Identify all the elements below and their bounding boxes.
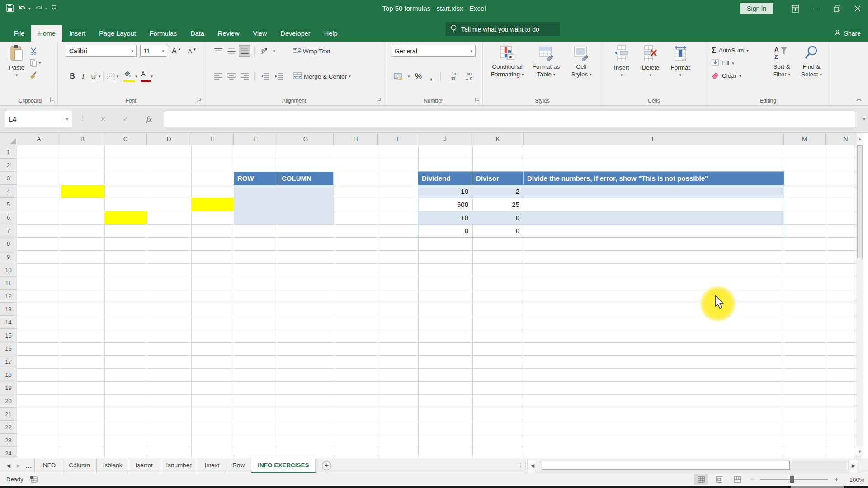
cell-F3[interactable]: ROW [234,172,278,185]
row-header-23[interactable]: 23 [0,434,17,447]
select-all-corner[interactable] [0,133,17,145]
shaded-range-F4-G6[interactable] [234,185,334,224]
align-center-button[interactable] [226,70,237,82]
row-header-16[interactable]: 16 [0,342,17,355]
row-header-21[interactable]: 21 [0,408,17,421]
accounting-format-button[interactable] [392,70,405,82]
share-button[interactable]: Share [834,29,861,38]
format-cells-button[interactable]: Format ▾ [666,42,694,92]
scroll-right-arrow[interactable]: ▶ [848,460,859,471]
comma-style-button[interactable]: , [427,70,435,82]
column-header-L[interactable]: L [524,133,784,145]
borders-dropdown-caret[interactable]: ▾ [117,74,119,79]
menu-tab-developer[interactable]: Developer [274,25,317,42]
column-header-N[interactable]: N [826,133,856,145]
sort-filter-button[interactable]: AZ Sort & Filter ▾ [768,42,796,92]
insert-function-button[interactable]: fx [140,111,158,127]
cut-button[interactable] [30,45,38,57]
column-header-H[interactable]: H [334,133,378,145]
format-as-table-button[interactable]: Format as Table ▾ [529,42,563,92]
grow-font-button[interactable]: A▲ [172,45,181,57]
row-header-12[interactable]: 12 [0,290,17,303]
shrink-font-button[interactable]: A▼ [188,45,197,57]
insert-cells-button[interactable]: Insert ▾ [609,42,635,92]
row-header-5[interactable]: 5 [0,198,17,211]
zoom-level[interactable]: 100% [844,476,864,483]
row-header-11[interactable]: 11 [0,277,17,290]
sheet-tab-iserror[interactable]: Iserror [129,458,160,473]
cell-K6[interactable]: 0 [472,211,524,224]
bottom-align-button[interactable] [239,45,250,57]
wrap-text-button[interactable]: ab Wrap Text [293,45,330,57]
format-painter-button[interactable] [30,69,38,80]
orientation-dropdown-caret[interactable]: ▾ [273,49,275,53]
decrease-decimal-button[interactable]: .00→.0 [462,70,476,82]
column-header-K[interactable]: K [472,133,524,145]
row-header-18[interactable]: 18 [0,368,17,381]
page-layout-view-button[interactable] [712,474,726,485]
row-header-22[interactable]: 22 [0,421,17,434]
cell-J7[interactable]: 0 [418,224,472,237]
row-header-10[interactable]: 10 [0,263,17,277]
sign-in-button[interactable]: Sign in [740,3,773,14]
align-left-button[interactable] [212,70,224,82]
restore-button[interactable] [826,0,847,17]
column-header-C[interactable]: C [104,133,147,145]
column-header-G[interactable]: G [278,133,334,145]
zoom-in-button[interactable]: + [833,475,840,483]
undo-dropdown-caret[interactable]: ▾ [28,6,31,11]
cell-J5[interactable]: 500 [418,198,472,211]
font-name-combobox[interactable]: Calibri▾ [66,45,137,57]
column-header-I[interactable]: I [378,133,418,145]
menu-tab-page-layout[interactable]: Page Layout [92,25,142,42]
menu-tab-data[interactable]: Data [184,25,211,42]
horizontal-scrollbar[interactable] [539,460,847,471]
minimize-button[interactable] [806,0,826,17]
row-header-1[interactable]: 1 [0,145,17,159]
cell-K4[interactable]: 2 [472,185,524,198]
enter-button[interactable]: ✓ [117,111,135,127]
cell-G3[interactable]: COLUMN [278,172,334,185]
font-size-combobox[interactable]: 11▾ [140,45,167,57]
underline-dropdown-caret[interactable]: ▾ [99,74,101,79]
clear-button[interactable]: Clear ▾ [712,70,741,81]
menu-tab-home[interactable]: Home [31,25,62,42]
row-header-9[interactable]: 9 [0,250,17,263]
menu-tab-help[interactable]: Help [317,25,344,42]
cell-C6[interactable] [104,211,147,224]
font-color-button[interactable]: A [141,70,151,82]
cell-K3[interactable]: Divisor [472,172,524,185]
scroll-down-arrow[interactable]: ▼ [856,446,863,458]
cell-J3[interactable]: Dividend [418,172,472,185]
underline-button[interactable]: U [89,70,99,82]
new-sheet-button[interactable]: + [322,461,331,470]
decrease-indent-button[interactable] [258,70,271,82]
sheet-tab-istext[interactable]: Istext [198,458,226,473]
cell-K5[interactable]: 25 [472,198,524,211]
column-header-A[interactable]: A [17,133,61,145]
cell-K7[interactable]: 0 [472,224,524,237]
cell-L3[interactable]: Divide the numbers, if error, show "This… [524,172,784,185]
font-color-dropdown-caret[interactable]: ▾ [151,74,153,79]
row-header-13[interactable]: 13 [0,303,17,316]
row-header-14[interactable]: 14 [0,316,17,329]
scroll-left-arrow[interactable]: ◀ [527,460,538,471]
formula-bar-grip[interactable]: ⋮ [80,114,86,122]
row-header-2[interactable]: 2 [0,159,17,172]
macro-record-icon[interactable] [30,476,38,484]
zoom-slider-handle[interactable] [790,476,794,483]
paste-button[interactable]: Paste ▾ [6,42,27,92]
row-header-15[interactable]: 15 [0,329,17,342]
menu-tab-file[interactable]: File [7,25,31,42]
row-header-24[interactable]: 24 [0,447,17,458]
ribbon-display-options-button[interactable] [785,0,806,17]
sheet-tab-column[interactable]: Column [62,458,97,473]
row-header-6[interactable]: 6 [0,211,17,224]
percent-style-button[interactable]: % [413,70,425,82]
column-header-B[interactable]: B [61,133,104,145]
menu-tab-review[interactable]: Review [211,25,246,42]
column-header-M[interactable]: M [784,133,826,145]
copy-button[interactable]: ▾ [30,57,41,69]
menu-tab-formulas[interactable]: Formulas [143,25,184,42]
sheet-tab-info-exercises[interactable]: INFO EXERCISES [251,458,316,473]
